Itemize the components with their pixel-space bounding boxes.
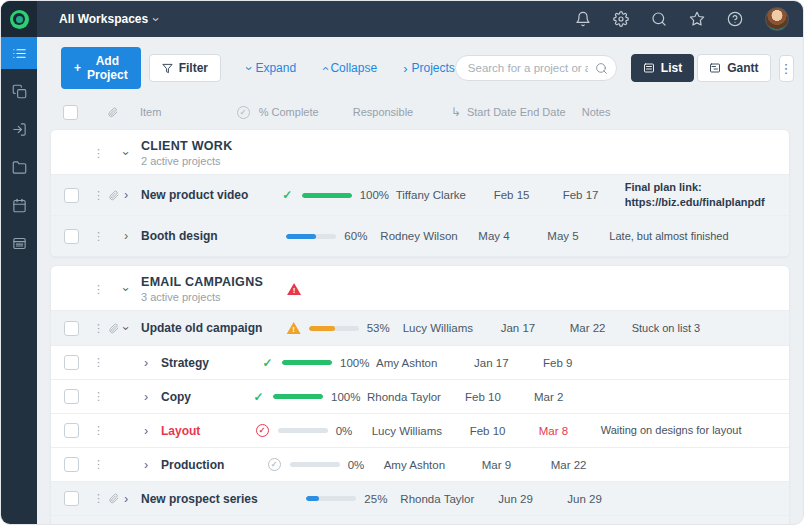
status-icon: ✓ [280,189,295,202]
end-date: Jun 29 [567,493,629,505]
group-warning-icon: ! [287,283,301,295]
column-complete[interactable]: % Complete [259,106,353,118]
paperclip-icon [109,493,124,504]
sidebar-item-list-view[interactable] [1,37,37,69]
table-row[interactable]: ⋮ › Strategy ✓ 100% Amy Ashton Jan 17 Fe… [51,345,789,379]
sidebar-item-notes[interactable] [1,227,37,259]
item-name[interactable]: Update old campaign [141,321,287,335]
chevron-down-icon[interactable]: › [120,151,133,155]
notes-link[interactable]: https://biz.edu/finalplanpdf [625,195,779,210]
end-date: May 5 [547,230,609,242]
chevron-right-icon[interactable]: › [124,493,128,506]
column-notes[interactable]: Notes [582,105,790,120]
chevron-right-icon[interactable]: › [124,230,128,243]
column-item[interactable]: Item [140,106,237,118]
item-name[interactable]: Strategy [161,356,260,370]
notes-panel-icon [12,236,27,251]
row-checkbox[interactable] [64,457,79,472]
column-start[interactable]: Start Date [467,106,517,118]
end-date: Mar 8 [539,425,601,437]
chevron-right-icon[interactable]: › [124,189,128,202]
item-name[interactable]: New prospect series [141,492,284,506]
percent-complete: 0% [336,425,372,437]
kebab-icon[interactable]: ⋮ [93,390,109,403]
table-row[interactable]: ⋮ › Booth design 60% Rodney Wilson May 4… [51,215,789,256]
kebab-icon[interactable]: ⋮ [93,189,109,202]
gantt-view-button[interactable]: Gantt [697,54,770,82]
chevron-right-icon[interactable]: › [144,459,148,472]
status-icon: ✓ [260,356,275,369]
kebab-icon[interactable]: ⋮ [93,322,109,335]
row-checkbox[interactable] [64,229,79,244]
bell-icon[interactable] [575,11,591,27]
collapse-link[interactable]: › Collapse [322,61,377,75]
kebab-icon[interactable]: ⋮ [93,356,109,369]
table-row[interactable]: ⋮ › Production ✓ 0% Amy Ashton Mar 9 Mar… [51,447,789,481]
row-checkbox[interactable] [64,188,79,203]
kebab-icon[interactable]: ⋮ [93,492,109,505]
kebab-icon[interactable]: ⋮ [93,230,109,243]
table-row[interactable]: ⋮ › Update old campaign ! 53% Lucy Willi… [51,310,789,345]
subtask-arrow-icon: ↳ [451,105,461,119]
group-header[interactable]: ⋮ › EMAIL CAMPAIGNS 3 active projects ! [51,266,789,310]
kebab-icon[interactable]: ⋮ [93,424,109,437]
list-view-button[interactable]: List [631,54,694,82]
chevron-right-icon[interactable]: › [144,357,148,370]
row-checkbox[interactable] [64,389,79,404]
table-row[interactable]: ⋮ › Direct mail campaign ! 20% Jonny Li … [51,515,789,524]
select-all-checkbox[interactable] [63,105,78,120]
sidebar-item-login[interactable] [1,113,37,145]
percent-complete: 25% [364,493,400,505]
percent-complete: 100% [331,391,367,403]
item-name[interactable]: Layout [161,424,256,438]
chevron-right-icon[interactable]: › [144,425,148,438]
expand-link[interactable]: › Expand [247,61,296,75]
star-icon[interactable] [689,11,705,27]
progress-bar [282,360,332,365]
chevron-right-icon[interactable]: › [144,391,148,404]
table-row[interactable]: ⋮ › New prospect series 25% Rhonda Taylo… [51,481,789,515]
gear-icon[interactable] [613,11,629,27]
item-name[interactable]: Booth design [141,229,264,243]
item-name[interactable]: Copy [161,390,251,404]
user-avatar[interactable] [765,7,789,31]
responsible: Lucy Williams [403,322,501,334]
table-row[interactable]: ⋮ › Copy ✓ 100% Rhonda Taylor Feb 10 Mar… [51,379,789,413]
column-responsible[interactable]: Responsible [353,106,451,118]
column-end[interactable]: End Date [520,106,582,118]
filter-button[interactable]: Filter [149,54,221,82]
group-header[interactable]: ⋮ › CLIENT WORK 2 active projects ! [51,130,789,174]
chevron-down-icon[interactable]: › [120,287,133,291]
progress-bar [306,496,356,501]
item-name[interactable]: New product video [141,188,280,202]
table-row[interactable]: ⋮ › Layout ✓ 0% Lucy Williams Feb 10 Mar… [51,413,789,447]
workspace-switcher[interactable]: All Workspaces › [59,12,159,26]
add-project-button[interactable]: + Add Project [61,47,141,89]
row-checkbox[interactable] [64,355,79,370]
group-name: CLIENT WORK [141,139,272,153]
search-input[interactable] [455,55,617,81]
chevron-down-icon[interactable]: › [120,326,133,330]
projects-link[interactable]: › Projects [403,61,455,75]
help-icon[interactable] [727,11,743,27]
row-checkbox[interactable] [64,491,79,506]
item-name[interactable]: Production [161,458,268,472]
sidebar-item-boards[interactable] [1,75,37,107]
check-circle-icon: ✓ [237,106,250,119]
row-checkbox[interactable] [64,321,79,336]
percent-complete: 60% [344,230,380,242]
more-options-button[interactable]: ⋮ [779,55,794,82]
sidebar-item-projects-folder[interactable] [1,151,37,183]
search-icon[interactable] [651,11,667,27]
kebab-icon[interactable]: ⋮ [93,458,109,471]
responsible: Rodney Wilson [380,230,478,242]
start-date: Feb 15 [494,189,563,201]
row-checkbox[interactable] [64,423,79,438]
chevron-down-icon: › [150,17,163,21]
workspace-label: All Workspaces [59,12,148,26]
sidebar-item-calendar[interactable] [1,189,37,221]
app-logo[interactable] [1,1,37,37]
kebab-icon[interactable]: ⋮ [93,283,109,296]
kebab-icon[interactable]: ⋮ [93,147,109,160]
table-row[interactable]: ⋮ › New product video ✓ 100% Tiffany Cla… [51,174,789,215]
